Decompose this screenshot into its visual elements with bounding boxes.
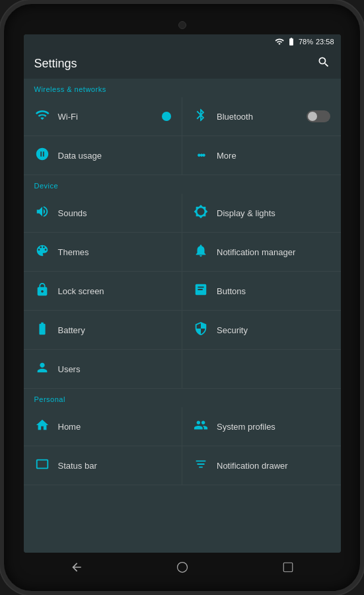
search-button[interactable] <box>317 56 330 72</box>
themes-label: Themes <box>58 247 89 257</box>
device-top <box>4 16 360 34</box>
section-device: Device <box>24 175 341 194</box>
home-label: Home <box>58 422 81 432</box>
menu-item-buttons[interactable]: Buttons <box>182 272 341 310</box>
menu-item-system-profiles[interactable]: System profiles <box>182 407 341 446</box>
data-usage-label: Data usage <box>58 151 102 161</box>
row-themes-notif: Themes Notification manager <box>24 233 341 272</box>
notification-manager-label: Notification manager <box>217 247 295 257</box>
home-icon <box>34 418 50 436</box>
menu-item-empty <box>182 350 341 388</box>
menu-item-lock-screen[interactable]: Lock screen <box>24 272 183 310</box>
menu-item-security[interactable]: Security <box>182 311 341 349</box>
section-wireless: Wireless & networks <box>24 79 341 97</box>
battery-status-icon <box>287 37 296 46</box>
security-label: Security <box>217 325 248 335</box>
menu-item-themes[interactable]: Themes <box>24 233 183 271</box>
search-icon <box>317 56 330 69</box>
menu-item-status-bar[interactable]: Status bar <box>24 446 183 485</box>
row-sounds-display: Sounds Display & lights <box>24 194 341 233</box>
row-lockscreen-buttons: Lock screen Buttons <box>24 272 341 311</box>
settings-content: Wireless & networks Wi-Fi Bluetooth <box>24 79 341 553</box>
wifi-active-dot <box>162 112 171 121</box>
menu-item-wifi[interactable]: Wi-Fi <box>24 97 183 136</box>
nav-bar <box>24 555 341 579</box>
buttons-label: Buttons <box>217 286 246 296</box>
menu-item-notification-manager[interactable]: Notification manager <box>182 233 341 271</box>
more-label: More <box>217 151 237 161</box>
data-usage-icon <box>34 147 50 165</box>
menu-item-more[interactable]: ••• More <box>182 136 341 175</box>
notification-manager-icon <box>193 243 209 261</box>
time: 23:58 <box>316 38 334 46</box>
menu-item-display-lights[interactable]: Display & lights <box>182 194 341 232</box>
battery-percent: 78% <box>299 38 313 46</box>
bluetooth-icon <box>193 108 209 126</box>
recents-button[interactable] <box>275 557 301 577</box>
status-bar: 78% 23:58 <box>24 34 341 49</box>
row-battery-security: Battery Security <box>24 311 341 350</box>
wifi-icon <box>34 108 50 126</box>
bluetooth-label: Bluetooth <box>217 112 253 122</box>
sounds-label: Sounds <box>58 208 87 218</box>
svg-point-0 <box>177 563 187 573</box>
menu-item-notification-drawer[interactable]: Notification drawer <box>182 446 341 485</box>
status-bar-label: Status bar <box>58 461 97 471</box>
battery-icon <box>34 321 50 339</box>
page-title: Settings <box>34 57 77 71</box>
row-data-more: Data usage ••• More <box>24 136 341 175</box>
battery-label: Battery <box>58 325 85 335</box>
section-personal: Personal <box>24 389 341 407</box>
themes-icon <box>34 243 50 261</box>
display-lights-icon <box>193 204 209 222</box>
bluetooth-toggle[interactable] <box>307 110 330 122</box>
row-home-profiles: Home System profiles <box>24 407 341 446</box>
wifi-status-icon <box>275 37 284 46</box>
menu-item-battery[interactable]: Battery <box>24 311 183 349</box>
notification-drawer-icon <box>193 457 209 475</box>
wifi-label: Wi-Fi <box>58 112 78 122</box>
users-icon <box>34 360 50 378</box>
status-icons: 78% 23:58 <box>275 37 334 46</box>
home-button[interactable] <box>169 557 196 577</box>
row-wifi-bluetooth: Wi-Fi Bluetooth <box>24 97 341 136</box>
camera <box>178 21 186 29</box>
buttons-icon <box>193 282 209 300</box>
lock-screen-icon <box>34 282 50 300</box>
row-users: Users <box>24 350 341 389</box>
security-icon <box>193 321 209 339</box>
bluetooth-toggle-thumb <box>308 112 317 121</box>
screen: 78% 23:58 Settings Wireless & networks <box>24 34 341 553</box>
back-button[interactable] <box>63 557 90 577</box>
status-bar-icon <box>34 457 50 475</box>
lock-screen-label: Lock screen <box>58 286 104 296</box>
more-icon: ••• <box>193 149 209 161</box>
system-profiles-label: System profiles <box>217 422 275 432</box>
menu-item-home[interactable]: Home <box>24 407 183 446</box>
device-bottom <box>4 553 360 582</box>
svg-rect-1 <box>283 563 293 572</box>
menu-item-users[interactable]: Users <box>24 350 183 388</box>
display-lights-label: Display & lights <box>217 208 275 218</box>
row-statusbar-drawer: Status bar Notification drawer <box>24 446 341 485</box>
system-profiles-icon <box>193 418 209 436</box>
menu-item-bluetooth[interactable]: Bluetooth <box>182 97 341 136</box>
menu-item-data-usage[interactable]: Data usage <box>24 136 183 175</box>
device-frame: 78% 23:58 Settings Wireless & networks <box>0 0 364 595</box>
menu-item-sounds[interactable]: Sounds <box>24 194 183 232</box>
notification-drawer-label: Notification drawer <box>217 461 288 471</box>
users-label: Users <box>58 364 81 374</box>
app-bar: Settings <box>24 49 341 79</box>
sounds-icon <box>34 204 50 222</box>
